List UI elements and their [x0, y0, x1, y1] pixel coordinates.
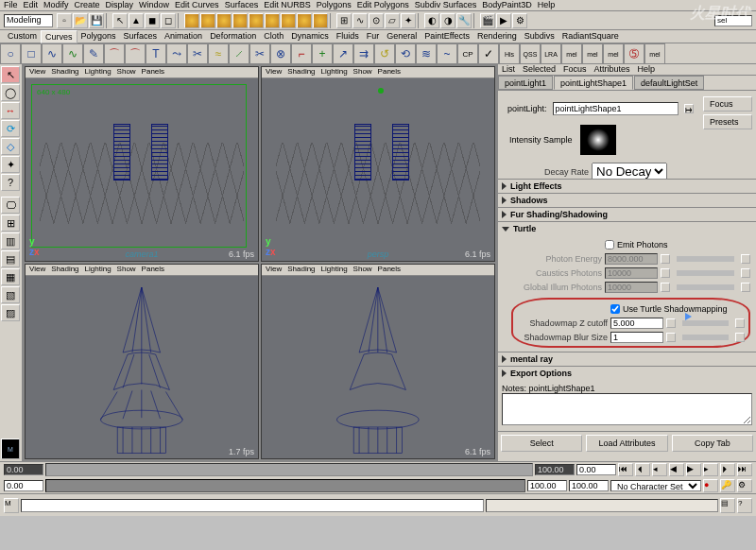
- shelf-fillet-icon[interactable]: ⌐: [291, 43, 312, 64]
- shelf-chk-icon[interactable]: ✓: [478, 43, 499, 64]
- menu-edit[interactable]: Edit: [24, 0, 39, 10]
- shelf-pencil-icon[interactable]: ✎: [83, 43, 104, 64]
- mask-7-icon[interactable]: [281, 13, 296, 28]
- tab-pointlightshape1[interactable]: pointLightShape1: [554, 76, 633, 90]
- shelf-arc-icon[interactable]: ⌒: [104, 43, 125, 64]
- vp-canvas[interactable]: 1.7 fps: [26, 276, 258, 458]
- character-set-select[interactable]: No Character Set: [610, 480, 701, 491]
- vp-menu[interactable]: ViewShadingLightingShowPanels: [262, 67, 494, 78]
- section-light-effects[interactable]: Light Effects: [498, 180, 756, 193]
- tab-pointlight1[interactable]: pointLight1: [498, 76, 553, 90]
- node-name-field[interactable]: [553, 102, 679, 115]
- select-tool-icon[interactable]: ↖: [1, 66, 20, 83]
- shelf-mel1-icon[interactable]: mel: [561, 43, 582, 64]
- map-button-icon[interactable]: [661, 283, 670, 292]
- shelf-circle-icon[interactable]: ○: [0, 43, 21, 64]
- geometry-wire[interactable]: [308, 287, 448, 455]
- go-to-output-icon[interactable]: ↦: [684, 104, 694, 113]
- map-button-icon[interactable]: [666, 333, 676, 342]
- last-tool-icon[interactable]: ?: [1, 174, 20, 191]
- attr-menu[interactable]: List Selected Focus Attributes Help: [498, 64, 756, 76]
- slider[interactable]: [682, 320, 729, 326]
- time-ruler[interactable]: [45, 463, 533, 476]
- shadowmap-blursize-field[interactable]: [610, 332, 663, 343]
- menu-file[interactable]: File: [4, 0, 18, 10]
- section-shadows[interactable]: Shadows: [498, 194, 756, 207]
- shelf-mel3-icon[interactable]: mel: [603, 43, 624, 64]
- shelf-off-icon[interactable]: ⇉: [353, 43, 374, 64]
- setkey-icon[interactable]: 🔑: [720, 479, 735, 492]
- use-turtle-shadowmap-checkbox[interactable]: [610, 304, 620, 314]
- step-back-icon[interactable]: ⏴: [635, 463, 650, 476]
- shelf-ext-icon[interactable]: ↗: [333, 43, 353, 64]
- autokey-icon[interactable]: ●: [703, 479, 718, 492]
- vp-menu[interactable]: ViewShadingLightingShowPanels: [26, 265, 258, 276]
- step-fwd-icon[interactable]: ⏵: [720, 463, 735, 476]
- next-key-icon[interactable]: ▸: [703, 463, 718, 476]
- slider[interactable]: [682, 335, 729, 340]
- viewport-front[interactable]: ViewShadingLightingShowPanels 1.7 fps: [25, 264, 259, 459]
- shelf-ep-icon[interactable]: ∿: [62, 43, 83, 64]
- mask-2-icon[interactable]: [200, 13, 215, 28]
- geometry-wire[interactable]: [392, 124, 409, 180]
- mode-selector[interactable]: Modeling: [4, 14, 53, 27]
- section-mental-ray[interactable]: mental ray: [498, 352, 756, 366]
- intensity-sample-swatch[interactable]: [580, 125, 616, 155]
- shelf-tab-fur[interactable]: Fur: [363, 30, 384, 43]
- viewport-persp[interactable]: ViewShadingLightingShowPanels yzx persp …: [261, 66, 495, 262]
- script-editor-icon[interactable]: ▤: [720, 498, 735, 513]
- shelf-tab-general[interactable]: General: [383, 30, 421, 43]
- persp-graph-layout-icon[interactable]: ▤: [1, 250, 20, 267]
- shelf-smo-icon[interactable]: ~: [437, 43, 457, 64]
- shelf-cut-icon[interactable]: ✂: [249, 43, 270, 64]
- rotate-tool-icon[interactable]: ⟳: [1, 120, 20, 137]
- shelf-tab-cloth[interactable]: Cloth: [260, 30, 287, 43]
- single-persp-layout-icon[interactable]: 🖵: [1, 197, 20, 214]
- scale-tool-icon[interactable]: ◇: [1, 138, 20, 155]
- shelf-detach-icon[interactable]: ✂: [187, 43, 208, 64]
- menu-help[interactable]: Help: [538, 0, 556, 10]
- render-globals-icon[interactable]: ⚙: [512, 13, 527, 28]
- construction-icon[interactable]: 🔧: [456, 13, 472, 28]
- play-fwd-icon[interactable]: ▶: [686, 463, 701, 476]
- menu-surfaces[interactable]: Surfaces: [225, 0, 259, 10]
- connect-icon[interactable]: [741, 283, 750, 292]
- map-button-icon[interactable]: [666, 318, 676, 328]
- persp-dope-layout-icon[interactable]: ▧: [1, 286, 20, 303]
- mask-6-icon[interactable]: [265, 13, 280, 28]
- history-in-icon[interactable]: ◐: [424, 13, 439, 28]
- tab-defaultlightset[interactable]: defaultLightSet: [634, 76, 704, 90]
- shelf-tab-fluids[interactable]: Fluids: [333, 30, 363, 43]
- sel-comp-icon[interactable]: ◻: [161, 13, 176, 28]
- hyper-layout-icon[interactable]: ▦: [1, 268, 20, 285]
- geometry-wire[interactable]: [72, 287, 212, 455]
- range-end-field[interactable]: [527, 480, 567, 491]
- shelf-mel2-icon[interactable]: mel: [582, 43, 603, 64]
- command-input[interactable]: [21, 499, 484, 512]
- menu-create[interactable]: Create: [75, 0, 100, 10]
- snap-plane-icon[interactable]: ▱: [385, 13, 400, 28]
- shelf-tab-curves[interactable]: Curves: [41, 30, 77, 43]
- shelf-tab-rendering[interactable]: Rendering: [473, 30, 521, 43]
- anim-start-field[interactable]: [4, 464, 43, 475]
- shelf-fit-icon[interactable]: ≋: [416, 43, 437, 64]
- connect-icon[interactable]: [735, 318, 745, 328]
- connect-icon[interactable]: [741, 254, 750, 264]
- shelf-cp-icon[interactable]: CP: [457, 43, 478, 64]
- snap-curve-icon[interactable]: ∿: [352, 13, 368, 28]
- vp-canvas[interactable]: 640 x 480 yzx camera1 6.1 fps: [26, 78, 258, 261]
- shelf-mel4-icon[interactable]: mel: [644, 43, 665, 64]
- shadowmap-zcutoff-field[interactable]: [610, 318, 663, 329]
- shelf-tab-subdivs[interactable]: Subdivs: [521, 30, 558, 43]
- shelf-tab-radiant[interactable]: RadiantSquare: [558, 30, 623, 43]
- save-scene-icon[interactable]: 💾: [89, 13, 104, 28]
- vp-menu[interactable]: ViewShadingLightingShowPanels: [262, 265, 494, 276]
- shelf-qss-icon[interactable]: QSS: [520, 43, 541, 64]
- mask-1-icon[interactable]: [184, 13, 199, 28]
- viewport-camera1[interactable]: View Shading Lighting Show Panels 640 x …: [25, 66, 259, 262]
- snap-point-icon[interactable]: ⊙: [369, 13, 384, 28]
- render-icon[interactable]: 🎬: [480, 13, 495, 28]
- section-turtle[interactable]: Turtle: [498, 222, 756, 235]
- shelf-reb-icon[interactable]: ⟲: [395, 43, 416, 64]
- shelf-align-icon[interactable]: ≈: [208, 43, 229, 64]
